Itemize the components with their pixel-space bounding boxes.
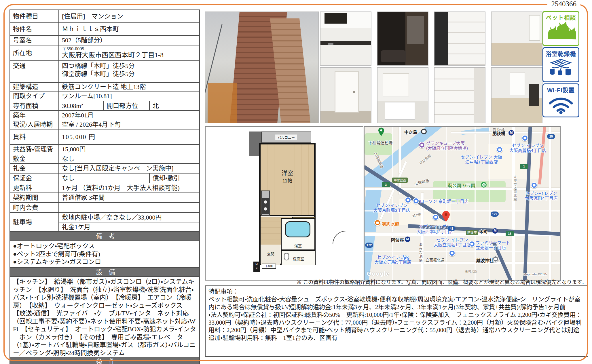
equipment-content: 【キッチン】 給湯器（都市ガス）・ガスコンロ（2口）・システムキッチン 【水廻り… — [10, 277, 200, 357]
postal-code: 〒550-0005 — [62, 46, 198, 52]
map-label-utsubo-park: 靭公園 バラ園 — [448, 182, 475, 188]
store-icon — [522, 135, 528, 141]
photo-empty-room — [491, 12, 542, 66]
row-value: 15,000円 — [59, 144, 200, 154]
disclaimer-note: ※ この資料は物件の概略紹介資料になります。写真、間取図面、設備、概要などが現況… — [297, 278, 587, 285]
row-key-money: 礼金 なし[当月入居限定キャンペーン実施中] — [10, 163, 200, 173]
badge-pet-consult: ペット相談 — [542, 11, 579, 46]
photo-detail — [208, 83, 237, 123]
badge-pet-label: ペット相談 — [543, 13, 578, 22]
row-label: 賃料 — [10, 129, 59, 144]
map-label-higobashi: 肥後橋 — [492, 130, 505, 136]
badge-bath-dryer: 浴室乾燥機 — [542, 47, 579, 82]
row-label: 物件名 — [10, 23, 59, 35]
map-label-kissa-suigei: 喫茶 水鯨 — [382, 221, 399, 226]
floor-plan: バルコニー 洋室 11帖 ウォークイン クローゼット 浴室 洗面室 玄関 下駄箱 — [205, 126, 363, 281]
map-badge-awaza-ic: 阿波座 — [466, 230, 478, 235]
map-label-nakanoshima: 中之島 — [404, 129, 417, 135]
road-line — [475, 127, 476, 280]
floorplan-unit: 洋室 11帖 ウォークイン クローゼット 浴室 洗面室 玄関 下駄箱 — [259, 143, 316, 265]
map-label-nakanoshima-line: 中之島線 — [418, 153, 432, 165]
row-value: なし[当月入居限定キャンペーン実施中] — [59, 163, 200, 173]
map-label-sej-edobori: セブン-イレブン 大阪 江戸堀1丁目西店 — [458, 155, 504, 165]
balcony-label: バルコニー — [275, 135, 297, 140]
row-label: 駐車場 — [10, 213, 59, 232]
honmachi-metro-icon: M — [492, 228, 498, 234]
location-map: M M M 中之島 下福島運動場 グランキューブ大阪 (大阪府立国際会議場) 肥… — [364, 126, 561, 281]
map-label-lawson: ローソン 京町堀三丁目店 — [420, 199, 468, 204]
map-label-awaza-station: 阿波座 — [391, 237, 404, 243]
map-label-honmachi: 本町 — [479, 228, 488, 235]
photo-detail — [510, 72, 525, 95]
row-access: 交通 四つ橋線「本町」徒歩5分 御堂筋線「本町」徒歩5分 — [10, 61, 200, 83]
remarks-content: ●オートロック・宅配ボックス ●ペット2匹まで飼育可(条件有) ●システムキッチ… — [10, 241, 200, 268]
row-label: 間取タイプ — [10, 91, 59, 101]
guarantee-value: なし — [59, 173, 149, 183]
floorplan-balcony: バルコニー — [261, 132, 311, 143]
remarks-item: ●システムキッチン・ガスコンロ — [13, 258, 198, 266]
row-status: 現況/入居時期 空室 / 2026年4月下旬 — [10, 120, 200, 129]
store-icon — [496, 146, 503, 153]
row-value: 四つ橋線「本町」徒歩5分 御堂筋線「本町」徒歩5分 — [59, 61, 200, 83]
map-label-itachibori-kita: 立売堀北通 — [426, 257, 444, 262]
row-parking: 駐車場 敷地内駐車場／空きなし／33,000円 — [10, 213, 200, 222]
remarks-header-row: 備 考 — [10, 232, 200, 241]
floorplan-western-room: 洋室 11帖 — [261, 144, 314, 216]
special-notes-box: 特記事項： ペット相談可・洗面化粧台・大容量シューズボックス・浴室乾燥機・便利な… — [205, 285, 588, 357]
wifi-icon — [547, 94, 575, 114]
map-label-famima: ファミリーマート 立売堀一丁目店 — [476, 240, 519, 250]
photo-detail — [328, 43, 333, 45]
row-area-facing: 専有面積 30.08m² 開口部方位 北 — [10, 101, 200, 110]
map-label-sej-itachibori5: セブン-イレブン 大阪立売堀5丁目店 — [369, 255, 417, 265]
row-label: 町内会費 — [10, 203, 59, 213]
row-label: 所在地 — [10, 45, 59, 61]
badge-dryer-label: 浴室乾燥機 — [543, 49, 578, 58]
row-label: 建築構造 — [10, 83, 59, 91]
photo-detail — [529, 84, 539, 106]
map-label-sej-kouraibashi: セブン-イレブン 大阪高麗橋4丁目店 — [506, 143, 549, 153]
row-town-fee: 町内会費 — [10, 203, 200, 213]
google-logo: Google — [367, 270, 389, 277]
route-shield: 41 — [447, 226, 456, 231]
row-value: 1ヶ月 （賃料の1か月 大手法人相談可能) — [59, 183, 200, 193]
row-rent: 賃料 105,000 円 — [10, 129, 200, 144]
special-notes-paragraph: ペット相談可・洗面化粧台・大容量シューズボックス・浴室乾燥機・便利な収納棚/周辺… — [208, 296, 585, 311]
road-line — [365, 251, 560, 252]
room-label: 洋室 — [261, 169, 314, 177]
facing-label: 開口部方位 — [103, 101, 149, 110]
shoe-box-label: 下駄箱 — [262, 264, 276, 269]
row-label: 交通 — [10, 61, 59, 83]
row-value: 502（5階部分） — [59, 35, 200, 45]
row-label: 築年 — [10, 110, 59, 120]
row-structure: 建築構造 鉄筋コンクリート造 地上13階 — [10, 83, 200, 91]
row-label: 礼金 — [10, 163, 59, 173]
property-spec-table: 物件種目 [住居用] マンション 物件名 Ｍｈｉｌｌｓ西本町 号室名 502（5… — [10, 9, 200, 364]
photo-kitchen — [320, 12, 371, 66]
route-shield: 25 — [547, 134, 555, 139]
photo-closet-shelves — [434, 67, 485, 123]
store-icon — [432, 214, 439, 220]
row-property-name: 物件名 Ｍｈｉｌｌｓ西本町 — [10, 23, 200, 35]
store-icon — [449, 250, 455, 256]
photo-bathroom — [377, 12, 428, 66]
parking-line2: 礼金1ケ月 — [59, 222, 200, 232]
rent-value: 105,000 円 — [59, 129, 200, 144]
route-shield: 172 — [491, 211, 499, 217]
row-value: 鉄筋コンクリート造 地上13階 — [59, 83, 200, 91]
badge-wifi: Wi-Fi設置 — [542, 83, 579, 117]
map-label-sej-kyomachibori: セブン-イレブン 大阪京町堀3丁目店 — [368, 203, 415, 213]
route-shield: 1 — [520, 164, 528, 169]
map-river — [364, 175, 384, 281]
dogs-icon — [546, 22, 576, 39]
store-icon — [405, 197, 411, 203]
equipment-content-row: 【キッチン】 給湯器（都市ガス）・ガスコンロ（2口）・システムキッチン 【水廻り… — [10, 277, 200, 357]
row-guarantee: 保証金 なし 償却・敷引 — [10, 173, 200, 183]
row-fees: 共益費・管理費 15,000円 — [10, 144, 200, 154]
awaza-metro-icon: M — [405, 237, 410, 242]
nakanoshima-station-icon — [421, 129, 427, 134]
map-label-shimofukushima: 下福島運動場 — [365, 140, 396, 145]
row-label: 専有面積 — [10, 101, 59, 110]
higobashi-metro-icon: M — [508, 130, 514, 136]
row-label: 共益費・管理費 — [10, 144, 59, 154]
road-naniwa-suji — [399, 127, 401, 195]
